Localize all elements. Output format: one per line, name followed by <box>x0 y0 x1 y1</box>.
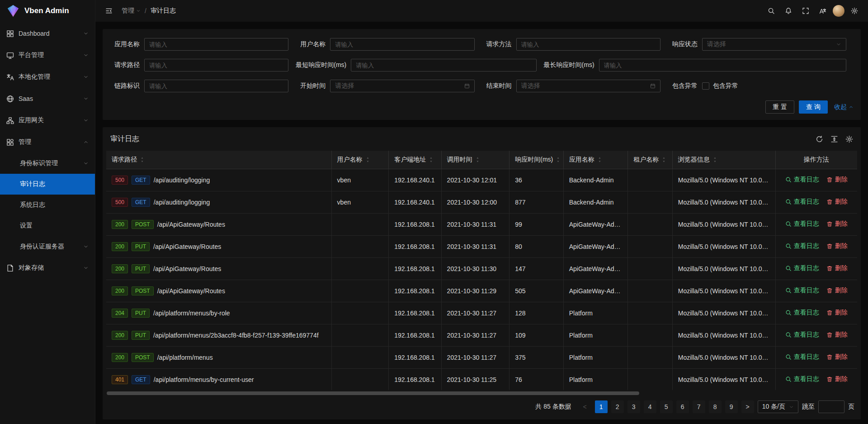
column-header[interactable]: 浏览器信息 <box>672 151 775 169</box>
page-button-3[interactable]: 3 <box>627 400 640 413</box>
page-button-7[interactable]: 7 <box>693 400 705 413</box>
client-address: 192.168.208.1 <box>389 346 441 368</box>
delete-button[interactable]: 删除 <box>826 353 848 361</box>
client-address: 192.168.208.1 <box>389 302 441 324</box>
sidebar-item-object-storage[interactable]: 对象存储 <box>0 257 95 279</box>
page-button-4[interactable]: 4 <box>644 400 656 413</box>
delete-button[interactable]: 删除 <box>826 264 848 272</box>
fullscreen-icon[interactable] <box>798 4 813 18</box>
sidebar-item-identity-management[interactable]: 身份标识管理 <box>0 153 95 174</box>
column-settings-gear-icon[interactable] <box>845 135 853 143</box>
view-log-button[interactable]: 查看日志 <box>785 242 819 250</box>
pagination-total: 共 85 条数据 <box>535 403 571 411</box>
sidebar-item-app-gateway[interactable]: 应用网关 <box>0 110 95 131</box>
sidebar-item-localization[interactable]: 本地化管理 <box>0 66 95 88</box>
breadcrumb-item-manage[interactable]: 管理 <box>122 7 141 15</box>
view-log-button[interactable]: 查看日志 <box>785 331 819 339</box>
view-log-button[interactable]: 查看日志 <box>785 375 819 383</box>
view-log-button[interactable]: 查看日志 <box>785 264 819 272</box>
trace-id-input[interactable] <box>144 80 288 92</box>
page-button-9[interactable]: 9 <box>725 400 738 413</box>
max-response-time-input[interactable] <box>599 59 846 71</box>
query-button[interactable]: 查 询 <box>799 100 828 114</box>
delete-button[interactable]: 删除 <box>826 331 848 339</box>
sidebar-item-settings[interactable]: 设置 <box>0 215 95 236</box>
column-header[interactable]: 请求路径 <box>106 151 331 169</box>
call-time: 2021-10-30 12:01 <box>441 169 509 191</box>
reset-button[interactable]: 重 置 <box>765 100 794 114</box>
view-log-button[interactable]: 查看日志 <box>785 353 819 361</box>
response-time: 877 <box>509 191 564 213</box>
delete-button[interactable]: 删除 <box>826 242 848 250</box>
end-time-datepicker[interactable]: 请选择 <box>516 80 660 92</box>
view-log-button[interactable]: 查看日志 <box>785 286 819 295</box>
user-name <box>331 368 389 390</box>
delete-button[interactable]: 删除 <box>826 309 848 317</box>
app-logo[interactable]: Vben Admin <box>0 0 95 22</box>
tenant-name <box>628 280 672 302</box>
page-button-8[interactable]: 8 <box>709 400 722 413</box>
sidebar-item-saas[interactable]: Saas <box>0 88 95 110</box>
response-status-select[interactable]: 请选择 <box>702 38 846 51</box>
refresh-icon[interactable] <box>816 135 823 143</box>
column-header[interactable]: 客户端地址 <box>389 151 441 169</box>
start-time-datepicker[interactable]: 请选择 <box>330 80 474 92</box>
min-response-time-input[interactable] <box>351 59 536 71</box>
delete-button[interactable]: 删除 <box>826 220 848 228</box>
view-log-button[interactable]: 查看日志 <box>785 176 819 184</box>
browser-info: Mozilla/5.0 (Windows NT 10.0; Win <box>672 191 775 213</box>
column-header[interactable]: 应用名称 <box>563 151 628 169</box>
tenant-name <box>628 368 672 390</box>
delete-button[interactable]: 删除 <box>826 286 848 295</box>
settings-gear-icon[interactable] <box>847 4 862 18</box>
sidebar-item-platform[interactable]: 平台管理 <box>0 44 95 66</box>
request-path: /api/platform/menus <box>157 354 213 361</box>
view-log-button[interactable]: 查看日志 <box>785 220 819 228</box>
column-header[interactable]: 响应时间(ms) <box>509 151 564 169</box>
page-button-2[interactable]: 2 <box>611 400 624 413</box>
scrollbar-thumb[interactable] <box>107 391 639 395</box>
request-path-input[interactable] <box>144 59 288 71</box>
table-row: 500GET/api/auditing/loggingvben192.168.2… <box>106 169 857 191</box>
request-path: /api/ApiGateway/Routes <box>157 287 225 295</box>
delete-button[interactable]: 删除 <box>826 198 848 206</box>
tenant-name <box>628 257 672 280</box>
storage-icon <box>6 264 14 272</box>
notification-bell-icon[interactable] <box>781 4 796 18</box>
search-icon[interactable] <box>764 4 778 18</box>
user-name-input[interactable] <box>330 38 474 51</box>
breadcrumb-current: 审计日志 <box>151 7 176 15</box>
page-button-1[interactable]: 1 <box>595 400 608 413</box>
http-method-input[interactable] <box>516 38 660 51</box>
search-icon <box>785 310 792 316</box>
delete-button[interactable]: 删除 <box>826 176 848 184</box>
column-header[interactable]: 调用时间 <box>441 151 509 169</box>
page-button-6[interactable]: 6 <box>676 400 689 413</box>
sidebar-item-dashboard[interactable]: Dashboard <box>0 23 95 44</box>
sidebar-item-manage[interactable]: 管理 <box>0 131 95 153</box>
sidebar-item-auth-server[interactable]: 身份认证服务器 <box>0 236 95 257</box>
prev-page-button[interactable]: < <box>579 400 591 413</box>
user-avatar[interactable] <box>833 5 844 17</box>
browser-info: Mozilla/5.0 (Windows NT 10.0; Win <box>672 169 775 191</box>
has-exception-checkbox[interactable] <box>702 82 709 90</box>
menu-fold-icon[interactable] <box>102 4 116 18</box>
jump-page-input[interactable] <box>818 400 844 413</box>
sidebar-item-system-log[interactable]: 系统日志 <box>0 195 95 215</box>
row-height-icon[interactable] <box>830 135 838 143</box>
page-size-select[interactable]: 10 条/页 <box>758 400 798 413</box>
next-page-button[interactable]: > <box>741 400 754 413</box>
delete-button[interactable]: 删除 <box>826 375 848 383</box>
view-log-button[interactable]: 查看日志 <box>785 309 819 317</box>
sidebar-item-audit-log[interactable]: 审计日志 <box>0 174 95 195</box>
page-button-5[interactable]: 5 <box>660 400 673 413</box>
column-header[interactable]: 租户名称 <box>628 151 672 169</box>
horizontal-scrollbar[interactable] <box>107 391 857 395</box>
view-log-button[interactable]: 查看日志 <box>785 198 819 206</box>
column-header[interactable]: 用户名称 <box>331 151 389 169</box>
language-translate-icon[interactable] <box>816 4 830 18</box>
filter-panel: 应用名称 用户名称 请求方法 响应状态 请选择 <box>103 29 861 120</box>
app-name-input[interactable] <box>144 38 288 51</box>
method-badge: PUT <box>132 242 150 251</box>
collapse-link[interactable]: 收起 <box>834 103 854 111</box>
